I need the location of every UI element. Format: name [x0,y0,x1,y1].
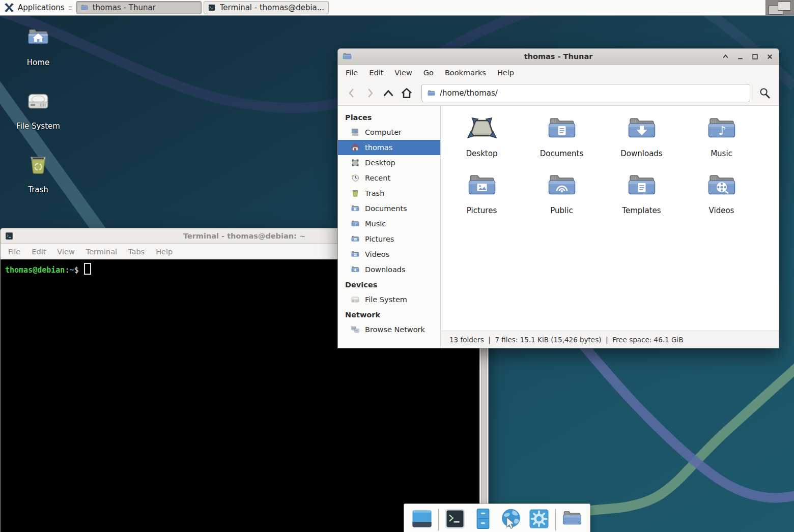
file-downloads[interactable]: Downloads [602,113,682,170]
thunar-window[interactable]: thomas - Thunar FileEditViewGoBookmarksH… [337,48,779,348]
path-bar[interactable]: /home/thomas/ [421,84,750,102]
terminal-menu-file[interactable]: File [3,244,26,259]
taskbar: thomas - ThunarTerminal - thomas@debia..… [75,0,330,15]
desktop-icon-file-system[interactable]: File System [10,89,66,131]
file-label: Pictures [467,206,497,215]
sidebar-item-trash[interactable]: Trash [338,186,440,201]
sidebar-item-label: Recent [365,174,390,182]
file-public[interactable]: Public [522,170,602,227]
home-button[interactable] [399,85,414,101]
desktop-icon-home[interactable]: Home [10,25,66,67]
up-button[interactable] [381,85,396,101]
folder-plain-icon [561,508,583,532]
terminal-icon [208,4,216,12]
xfce-logo-icon [4,3,14,13]
thunar-menu-file[interactable]: File [340,65,363,81]
dock-item-terminal-icon[interactable] [443,508,467,531]
sidebar-item-videos[interactable]: Videos [338,247,440,262]
file-music[interactable]: ♪Music [682,113,761,170]
file-label: Templates [622,206,661,215]
file-pictures[interactable]: Pictures [442,170,522,227]
thunar-menu-edit[interactable]: Edit [363,65,389,81]
sidebar-item-label: Music [365,220,386,228]
folder-music-icon: ♪ [705,113,738,145]
desktop-icon-label: Home [27,58,49,67]
shade-button[interactable] [722,53,729,60]
folder-icon [427,89,436,98]
terminal-menu-terminal[interactable]: Terminal [80,244,123,259]
sidebar-item-label: Pictures [365,235,394,243]
sidebar-section-places: Places [338,110,440,125]
sidebar-item-desktop[interactable]: Desktop [338,155,440,170]
maximize-button[interactable] [751,53,758,60]
terminal-menu-view[interactable]: View [51,244,80,259]
sidebar-item-pictures[interactable]: Pictures [338,231,440,247]
taskbar-button-thomas-thunar[interactable]: thomas - Thunar [76,1,202,14]
dock-item-web-browser-icon[interactable] [499,508,523,531]
thunar-window-title: thomas - Thunar [338,52,779,61]
web-browser-icon [500,508,522,532]
file-label: Music [711,149,732,158]
sidebar-section-network: Network [338,307,440,322]
sidebar-item-label: Videos [365,250,389,258]
forward-button[interactable] [362,85,378,101]
sidebar-item-documents[interactable]: Documents [338,201,440,216]
home-folder-icon [26,25,50,52]
sidebar-item-label: Browse Network [365,326,425,334]
terminal-menu-edit[interactable]: Edit [26,244,51,259]
desktop-icon-label: File System [16,122,60,131]
taskbar-button-label: thomas - Thunar [93,3,156,12]
sidebar-item-label: thomas [365,143,392,152]
prompt-symbol: $ [74,265,78,275]
sidebar-item-recent[interactable]: Recent [338,170,440,186]
thunar-menu-go[interactable]: Go [418,65,439,81]
dock [404,504,590,532]
terminal-prompt: thomas@debian:~$ [5,265,79,275]
dock-item-settings-icon[interactable] [527,508,551,531]
file-desktop[interactable]: Desktop [442,113,522,170]
terminal-menu-tabs[interactable]: Tabs [123,244,150,259]
dock-item-folder-plain-icon[interactable] [560,508,584,531]
svg-text:♪: ♪ [718,124,726,138]
terminal-menu-help[interactable]: Help [150,244,178,259]
search-button[interactable] [757,85,773,101]
thunar-menu-bookmarks[interactable]: Bookmarks [439,65,492,81]
taskbar-button-label: Terminal - thomas@debia... [220,3,324,12]
taskbar-button-terminal-thomas-debia[interactable]: Terminal - thomas@debia... [204,1,329,14]
file-label: Downloads [620,149,662,158]
sidebar-item-computer[interactable]: Computer [338,125,440,140]
dock-item-show-desktop-icon[interactable] [410,508,434,531]
file-label: Documents [540,149,584,158]
sidebar-item-music[interactable]: ♪Music [338,216,440,231]
sidebar-item-label: File System [365,295,407,304]
applications-menu-button[interactable]: Applications [0,0,69,15]
workspace-pager[interactable] [765,0,794,15]
sidebar-item-thomas[interactable]: thomas [338,140,440,155]
file-videos[interactable]: Videos [682,170,761,227]
sidebar-item-file-system[interactable]: File System [338,292,440,307]
sidebar-item-label: Trash [365,189,384,197]
sidebar-item-downloads[interactable]: Downloads [338,262,440,277]
back-button[interactable] [344,85,359,101]
thunar-menu-view[interactable]: View [389,65,417,81]
sidebar-item-label: Documents [365,204,407,213]
file-documents[interactable]: Documents [522,113,602,170]
panel-handle [69,0,74,15]
sidebar-item-browse-network[interactable]: Browse Network [338,322,440,337]
sidebar-item-label: Downloads [365,265,406,274]
minimize-button[interactable] [736,53,744,60]
statusbar: 13 folders | 7 files: 15.1 KiB (15,426 b… [441,331,779,348]
svg-text:♪: ♪ [354,222,356,226]
file-templates[interactable]: Templates [602,170,682,227]
top-panel: Applications thomas - ThunarTerminal - t… [0,0,794,16]
desktop-icon-trash[interactable]: Trash [10,153,66,194]
prompt-user: thomas@debian [5,265,65,275]
thunar-menu-help[interactable]: Help [492,65,520,81]
folder-music-icon: ♪ [351,219,360,228]
close-button[interactable] [766,53,773,60]
file-label: Videos [709,206,734,215]
thunar-titlebar[interactable]: thomas - Thunar [338,49,779,65]
trash-icon [351,189,360,198]
dock-item-file-manager-icon[interactable] [471,508,495,531]
dock-separator [555,509,556,530]
